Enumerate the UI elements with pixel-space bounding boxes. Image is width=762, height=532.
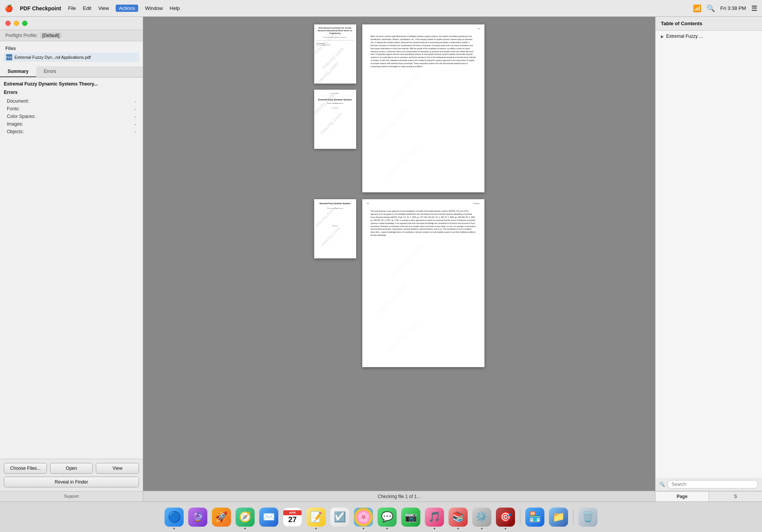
- maximize-button[interactable]: [22, 21, 27, 26]
- menu-file[interactable]: File: [68, 5, 76, 11]
- dock-itunes-dot: [434, 528, 435, 529]
- pdf-thumbnails2: Extremal Fuzzy Dynamic Systems Theory an…: [314, 199, 356, 258]
- toc-search-input[interactable]: [667, 480, 758, 488]
- dock-messages-dot: [386, 528, 388, 529]
- preflight-label: Preflight Profile:: [5, 33, 38, 38]
- errors-label: Errors: [4, 90, 139, 95]
- search-icon: 🔍: [659, 482, 665, 487]
- dock-notes-dot: [315, 528, 317, 529]
- pdf-page-large1[interactable]: vii When we want to achieve high effecti…: [362, 24, 484, 192]
- menu-edit[interactable]: Edit: [83, 5, 91, 11]
- dock-siri[interactable]: 🔮: [187, 506, 208, 528]
- error-value-colorspaces: -: [134, 114, 136, 119]
- dock-notes[interactable]: 📝: [305, 506, 327, 528]
- files-section: Files PDF Extremal Fuzzy Dyn...nd Applic…: [0, 41, 143, 63]
- dock-trash[interactable]: 🗑️: [577, 506, 599, 528]
- pdf-scroll[interactable]: International Association for Certain Re…: [143, 17, 655, 501]
- dock-facetime[interactable]: 📷: [400, 506, 421, 528]
- dock-omnifocus-dot: [505, 528, 506, 529]
- dock-ibooks[interactable]: 📚: [447, 506, 469, 528]
- summary-content: Extremal Fuzzy Dynamic Systems Theory...…: [0, 77, 143, 459]
- dock-safari[interactable]: 🧭: [234, 506, 256, 528]
- toc-bottom-bar: Page S: [655, 491, 762, 501]
- dock-ibooks-dot: [457, 528, 459, 529]
- status-bar: Checking file 1 of 1...: [143, 491, 655, 501]
- pdf-page-thumb2[interactable]: Gia Sirbiladze Extremal Fuzzy Dynamic Sy…: [314, 90, 356, 149]
- error-value-objects: -: [134, 129, 136, 134]
- main-window: Preflight Profile: [Default] Files PDF E…: [0, 17, 762, 501]
- file-name: Extremal Fuzzy Dyn...nd Applications.pdf: [15, 55, 91, 60]
- right-panel: Table of Contents ▶ Extremal Fuzzy ... 🔍…: [655, 17, 762, 501]
- tab-errors[interactable]: Errors: [36, 66, 64, 77]
- error-row-fonts: Fonts: -: [4, 105, 139, 113]
- error-label-document: Document:: [7, 98, 134, 104]
- error-value-fonts: -: [134, 106, 136, 111]
- status-text: Checking file 1 of 1...: [378, 494, 420, 499]
- dock-sysprefs-dot: [481, 528, 483, 529]
- dock-finder2[interactable]: 📁: [548, 506, 569, 528]
- error-label-objects: Objects:: [7, 129, 134, 134]
- error-row-images: Images: -: [4, 120, 139, 128]
- minimize-button[interactable]: [14, 21, 19, 26]
- tab-summary[interactable]: Summary: [0, 66, 36, 77]
- error-label-fonts: Fonts:: [7, 106, 134, 111]
- toc-search-bar: 🔍: [655, 478, 762, 491]
- dock-finder[interactable]: 🔵: [163, 506, 185, 528]
- toc-tab-page[interactable]: Page: [655, 492, 709, 501]
- menu-window[interactable]: Window: [145, 5, 163, 11]
- error-row-colorspaces: Color Spaces: -: [4, 113, 139, 120]
- toc-spacer: [655, 42, 762, 478]
- choose-files-button[interactable]: Choose Files...: [4, 463, 47, 474]
- close-button[interactable]: [5, 21, 11, 26]
- reveal-in-finder-button[interactable]: Reveal in Finder: [4, 477, 139, 487]
- dock-reminders[interactable]: ☑️: [329, 506, 350, 528]
- dock-appstore[interactable]: 🏪: [524, 506, 546, 528]
- pdf-page-thumb1[interactable]: International Association for Certain Re…: [314, 24, 356, 84]
- files-header: Files: [4, 44, 139, 53]
- view-button[interactable]: View: [96, 463, 139, 474]
- error-label-colorspaces: Color Spaces:: [7, 114, 134, 119]
- pdf-page1-text: When we want to achieve high effectivene…: [362, 24, 484, 74]
- dock-separator: [520, 509, 520, 525]
- open-button[interactable]: Open: [50, 463, 93, 474]
- pdf-page-large2[interactable]: viii Preface This book presents a new ap…: [362, 199, 484, 367]
- menu-view[interactable]: View: [98, 5, 109, 11]
- summary-title: Extremal Fuzzy Dynamic Systems Theory...: [4, 81, 139, 87]
- dock-calendar[interactable]: APR 27: [282, 506, 303, 528]
- support-link[interactable]: Support: [0, 491, 143, 501]
- window-controls: [0, 17, 143, 30]
- dock-photos[interactable]: 🌸: [353, 506, 374, 528]
- pdf-thumbnails: International Association for Certain Re…: [314, 24, 356, 149]
- dock-separator2: [573, 509, 573, 525]
- pdf-pages-row2: Extremal Fuzzy Dynamic Systems Theory an…: [314, 199, 484, 367]
- dock-mail[interactable]: ✉️: [258, 506, 279, 528]
- error-label-images: Images:: [7, 121, 134, 127]
- menu-actions[interactable]: Actions: [116, 5, 138, 12]
- dock-finder-dot: [173, 528, 175, 529]
- menubar-right: 📶 🔍 Fri 3:38 PM ☰: [693, 4, 757, 13]
- pdf-page-thumb3[interactable]: Extremal Fuzzy Dynamic Systems Theory an…: [314, 199, 356, 258]
- error-value-images: -: [134, 122, 136, 126]
- file-item[interactable]: PDF Extremal Fuzzy Dyn...nd Applications…: [4, 53, 139, 62]
- dock-omnifocus[interactable]: 🎯: [495, 506, 516, 528]
- dock-sysprefs[interactable]: ⚙️: [471, 506, 492, 528]
- toc-item-label: Extremal Fuzzy ...: [666, 34, 703, 39]
- clock: Fri 3:38 PM: [720, 5, 746, 11]
- dock-launchpad[interactable]: 🚀: [211, 506, 232, 528]
- spotlight-icon[interactable]: 🔍: [707, 4, 715, 13]
- wifi-icon: 📶: [693, 4, 701, 13]
- toc-tab-s[interactable]: S: [709, 492, 762, 501]
- preflight-value[interactable]: [Default]: [40, 32, 62, 39]
- dock-messages[interactable]: 💬: [376, 506, 398, 528]
- toc-triangle-icon: ▶: [661, 34, 664, 39]
- notification-center-icon[interactable]: ☰: [751, 4, 757, 13]
- dock: 🔵 🔮 🚀 🧭 ✉️ APR 27 📝 ☑️ 🌸 💬 📷 🎵: [0, 501, 762, 532]
- toc-item-extremal[interactable]: ▶ Extremal Fuzzy ...: [655, 31, 762, 42]
- apple-menu[interactable]: 🍎: [5, 4, 13, 13]
- menu-help[interactable]: Help: [170, 5, 180, 11]
- menubar: 🍎 PDF Checkpoint File Edit View Actions …: [0, 0, 762, 17]
- tabs-bar: Summary Errors: [0, 66, 143, 77]
- pdf-pages-row1: International Association for Certain Re…: [314, 24, 484, 192]
- dock-itunes[interactable]: 🎵: [424, 506, 445, 528]
- toc-header: Table of Contents: [655, 17, 762, 31]
